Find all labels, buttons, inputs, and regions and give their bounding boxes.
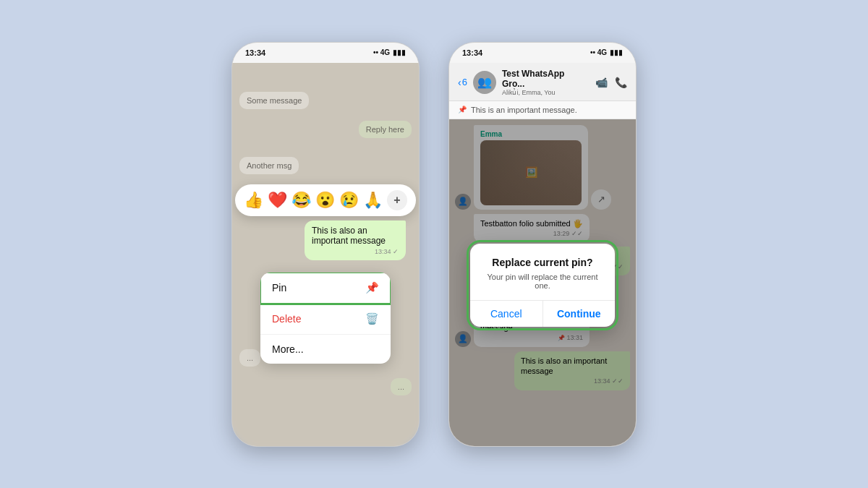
dialog-title: Replace current pin? [482, 257, 603, 268]
back-button[interactable]: ‹ 6 [458, 77, 467, 88]
emoji-pray[interactable]: 🙏 [363, 191, 383, 210]
selected-message-time: 13:34 ✓ [312, 248, 399, 255]
home-indicator-1 [232, 446, 419, 447]
selected-message-text: This is also an important message [312, 226, 386, 246]
pin-icon: 📌 [365, 281, 379, 294]
delete-label: Delete [272, 313, 301, 325]
bg-msg-1: Some message [239, 92, 309, 109]
emoji-thumbs-up[interactable]: 👍 [244, 191, 263, 210]
emoji-wow[interactable]: 😮 [315, 191, 335, 210]
battery-2: ▮▮▮ [610, 48, 623, 56]
bg-msg-4: ... [239, 349, 260, 367]
video-call-icon[interactable]: 📹 [595, 77, 608, 88]
avatar: 👥 [473, 71, 496, 94]
time-2: 13:34 [462, 48, 482, 57]
pinned-message-bar[interactable]: 📌 This is an important message. [449, 101, 636, 119]
bg-msg-5: ... [391, 378, 412, 395]
emoji-heart[interactable]: ❤️ [268, 191, 287, 210]
dialog-cancel-button[interactable]: Cancel [470, 301, 543, 327]
group-name: Test WhatsApp Gro... [502, 69, 590, 89]
selected-message-bubble: This is also an important message 13:34 … [305, 221, 406, 260]
pin-label: Pin [272, 282, 286, 294]
group-members: Alikủi, Emma, You [502, 89, 590, 96]
chevron-left-icon: ‹ [458, 77, 461, 88]
whatsapp-screen: ‹ 6 👥 Test WhatsApp Gro... Alikủi, Emma,… [449, 63, 636, 447]
emoji-sad[interactable]: 😢 [339, 191, 359, 210]
status-bar-2: 13:34 •• 4G ▮▮▮ [449, 43, 636, 63]
time-1: 13:34 [245, 48, 265, 57]
emoji-more-button[interactable]: + [387, 190, 407, 210]
context-menu: Pin 📌 Delete 🗑️ More... [260, 273, 391, 364]
back-count: 6 [462, 77, 467, 87]
pinned-message-text: This is an important message. [471, 106, 577, 114]
chat-background-1: Some message Reply here Another msg 👍 ❤️… [232, 63, 419, 446]
dialog-overlay: Replace current pin? Your pin will repla… [449, 119, 636, 447]
chat-area: 👤 Emma 🖼️ ↗ Testbatton folio submitted 🖐… [449, 119, 636, 447]
status-bar-1: 13:34 •• 4G ▮▮▮ [232, 43, 419, 63]
context-menu-more[interactable]: More... [260, 335, 391, 364]
context-menu-delete[interactable]: Delete 🗑️ [260, 304, 391, 335]
signal-2: •• 4G [590, 48, 607, 56]
header-info: Test WhatsApp Gro... Alikủi, Emma, You [502, 69, 590, 96]
chat-header: ‹ 6 👥 Test WhatsApp Gro... Alikủi, Emma,… [449, 63, 636, 101]
signal-1: •• 4G [373, 48, 390, 56]
bg-msg-3: Another msg [239, 157, 299, 174]
dialog-continue-button[interactable]: Continue [543, 301, 616, 327]
dialog-description: Your pin will replace the current one. [482, 273, 603, 290]
pin-indicator-icon: 📌 [458, 106, 467, 114]
phone-1: 13:34 •• 4G ▮▮▮ Some message Reply here … [231, 42, 420, 447]
phone-2: 13:34 •• 4G ▮▮▮ ‹ 6 👥 Test WhatsApp Gro.… [448, 42, 637, 447]
header-actions: 📹 📞 [595, 77, 627, 88]
dialog-buttons: Cancel Continue [470, 300, 615, 327]
more-label: More... [272, 343, 304, 355]
context-menu-pin[interactable]: Pin 📌 [260, 273, 391, 304]
emoji-reaction-bar[interactable]: 👍 ❤️ 😂 😮 😢 🙏 + [235, 184, 416, 216]
emoji-laugh[interactable]: 😂 [292, 191, 311, 210]
phone-call-icon[interactable]: 📞 [615, 77, 627, 88]
bg-msg-2: Reply here [359, 121, 412, 138]
delete-icon: 🗑️ [365, 312, 379, 325]
battery-1: ▮▮▮ [393, 48, 406, 56]
replace-pin-dialog: Replace current pin? Your pin will repla… [470, 244, 615, 327]
